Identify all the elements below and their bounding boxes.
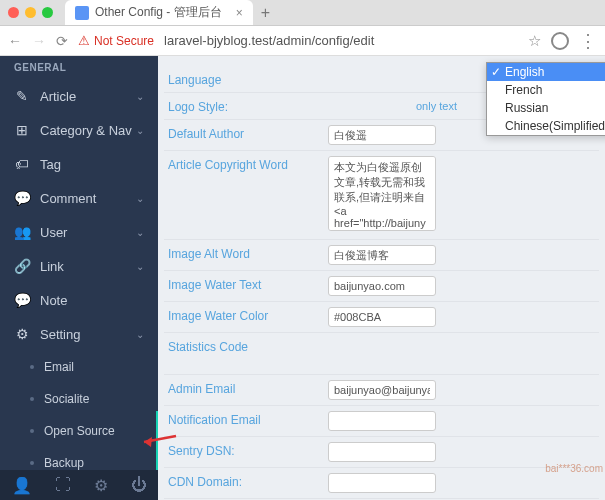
tag-icon: 🏷 [14,156,30,172]
close-window-button[interactable] [8,7,19,18]
power-icon[interactable]: ⏻ [131,476,147,494]
default-author-input[interactable] [328,125,436,145]
profile-button[interactable] [551,32,569,50]
label-water-text: Image Water Text [168,276,328,292]
watermark-text: bai***36.com [545,463,603,474]
link-icon: 🔗 [14,258,30,274]
water-color-input[interactable] [328,307,436,327]
dropdown-option-russian[interactable]: Russian [487,99,605,117]
bookmark-button[interactable]: ☆ [528,32,541,50]
label-notif-email: Notification Email [168,411,328,427]
close-tab-button[interactable]: × [236,6,243,20]
sidebar-item-category[interactable]: ⊞Category & Nav⌄ [0,113,158,147]
sentry-input[interactable] [328,442,436,462]
gear-icon: ⚙ [14,326,30,342]
water-text-input[interactable] [328,276,436,296]
favicon-icon [75,6,89,20]
main-content: Language Logo Styleonly text Default Aut… [158,56,605,500]
label-cdn: CDN Domain [168,473,328,489]
security-warning[interactable]: Not Secure [78,33,154,48]
comment-icon: 💬 [14,190,30,206]
expand-icon[interactable]: ⛶ [55,476,71,494]
label-water-color: Image Water Color [168,307,328,323]
label-default-author: Default Author [168,125,328,141]
sidebar: GENERAL ✎Article⌄ ⊞Category & Nav⌄ 🏷Tag … [0,56,158,500]
sidebar-sub-email[interactable]: Email [0,351,158,383]
bullet-icon [30,429,34,433]
new-tab-button[interactable]: + [261,4,270,22]
alt-word-input[interactable] [328,245,436,265]
sidebar-item-tag[interactable]: 🏷Tag [0,147,158,181]
forward-button[interactable]: → [32,33,46,49]
label-copyright: Article Copyright Word [168,156,328,172]
dropdown-option-chinese[interactable]: Chinese(Simplified) [487,117,605,135]
chevron-down-icon: ⌄ [136,261,144,272]
label-alt-word: Image Alt Word [168,245,328,261]
tab-title: Other Config - 管理后台 [95,4,222,21]
label-language: Language [168,71,328,87]
dropdown-option-french[interactable]: French [487,81,605,99]
bullet-icon [30,397,34,401]
sidebar-sub-socialite[interactable]: Socialite [0,383,158,415]
sidebar-item-article[interactable]: ✎Article⌄ [0,79,158,113]
sidebar-item-link[interactable]: 🔗Link⌄ [0,249,158,283]
address-bar: ← → ⟳ Not Secure laravel-bjyblog.test/ad… [0,26,605,56]
sidebar-section-label: GENERAL [0,56,158,79]
chevron-down-icon: ⌄ [136,125,144,136]
url-text[interactable]: laravel-bjyblog.test/admin/config/edit [164,33,518,48]
user-icon: 👥 [14,224,30,240]
note-icon: 💬 [14,292,30,308]
sidebar-item-user[interactable]: 👥User⌄ [0,215,158,249]
article-icon: ✎ [14,88,30,104]
gear-icon[interactable]: ⚙ [94,476,108,495]
minimize-window-button[interactable] [25,7,36,18]
sidebar-item-setting[interactable]: ⚙Setting⌄ [0,317,158,351]
copyright-textarea[interactable]: 本文为白俊遥原创文章,转载无需和我联系,但请注明来自<a href="http:… [328,156,436,231]
cdn-input[interactable] [328,473,436,493]
language-dropdown[interactable]: English French Russian Chinese(Simplifie… [486,62,605,136]
logo-hint: only text [416,100,457,112]
user-icon[interactable]: 👤 [12,476,32,495]
admin-email-input[interactable] [328,380,436,400]
chevron-down-icon: ⌄ [136,91,144,102]
bullet-icon [30,365,34,369]
window-titlebar: Other Config - 管理后台 × + [0,0,605,26]
notif-email-input[interactable] [328,411,436,431]
chevron-down-icon: ⌄ [136,193,144,204]
chevron-down-icon: ⌄ [136,329,144,340]
label-logo-style: Logo Style [168,98,328,114]
label-stats: Statistics Code [168,338,328,354]
sidebar-item-note[interactable]: 💬Note [0,283,158,317]
label-admin-email: Admin Email [168,380,328,396]
dropdown-option-english[interactable]: English [487,63,605,81]
chevron-down-icon: ⌄ [136,227,144,238]
browser-tab[interactable]: Other Config - 管理后台 × [65,0,253,25]
label-sentry: Sentry DSN [168,442,328,458]
reload-button[interactable]: ⟳ [56,33,68,49]
bullet-icon [30,461,34,465]
menu-button[interactable]: ⋮ [579,30,597,52]
back-button[interactable]: ← [8,33,22,49]
sidebar-sub-opensource[interactable]: Open Source [0,415,158,447]
sidebar-item-comment[interactable]: 💬Comment⌄ [0,181,158,215]
maximize-window-button[interactable] [42,7,53,18]
sidebar-bottom-toolbar: 👤 ⛶ ⚙ ⏻ [0,470,158,500]
grid-icon: ⊞ [14,122,30,138]
